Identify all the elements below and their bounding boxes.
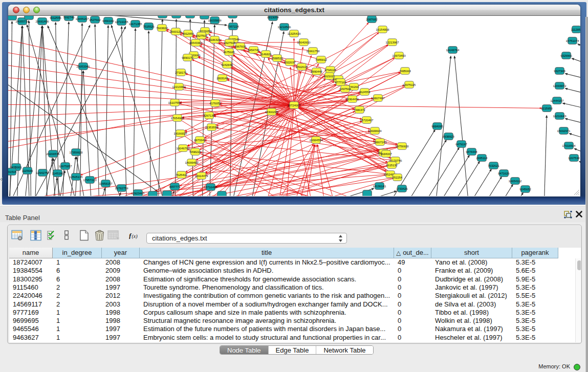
table-cell[interactable]: Estimation of significance thresholds fo… bbox=[140, 275, 394, 283]
tab-edge-table[interactable]: Edge Table bbox=[269, 346, 316, 354]
table-row[interactable]: 969969511998Structural magnetic resonanc… bbox=[9, 317, 581, 325]
table-row[interactable]: 2242004622012Investigating the contribut… bbox=[9, 292, 581, 300]
table-cell[interactable]: Yano et al. (2008) bbox=[431, 258, 512, 267]
float-panel-icon[interactable] bbox=[564, 210, 572, 218]
table-cell[interactable]: Dudbridge et al. (2008) bbox=[431, 275, 512, 283]
table-cell[interactable]: 0 bbox=[394, 325, 431, 333]
table-cell[interactable]: 0 bbox=[394, 283, 431, 292]
table-cell[interactable]: Changes of HCN gene expression and I(f) … bbox=[140, 258, 394, 267]
graph-node[interactable] bbox=[217, 191, 227, 195]
table-cell[interactable]: 19384554 bbox=[9, 267, 53, 275]
graph-node[interactable] bbox=[25, 16, 34, 19]
column-header-title[interactable]: title bbox=[140, 248, 394, 258]
tab-node-table[interactable]: Node Table bbox=[220, 346, 268, 354]
panel-collapse-icon[interactable] bbox=[0, 177, 3, 182]
table-cell[interactable]: 1 bbox=[53, 309, 102, 317]
table-cell[interactable]: Disruption of a novel member of a sodium… bbox=[140, 300, 394, 309]
table-cell[interactable]: 2009 bbox=[102, 267, 140, 275]
graph-node[interactable] bbox=[163, 190, 172, 195]
import-table-button[interactable] bbox=[107, 230, 120, 240]
table-cell[interactable]: 0 bbox=[394, 334, 431, 342]
column-header-name[interactable]: name bbox=[9, 248, 53, 258]
table-cell[interactable]: Nakamura et al. (1997) bbox=[431, 325, 512, 333]
table-cell[interactable]: 5.3E-5 bbox=[512, 334, 558, 342]
table-cell[interactable]: Corpus callosum shape and size in male p… bbox=[140, 309, 394, 317]
table-cell[interactable]: 0 bbox=[394, 300, 431, 309]
graph-node[interactable] bbox=[148, 191, 158, 195]
table-row[interactable]: 911546021997Tourette syndrome. Phenomeno… bbox=[9, 283, 581, 292]
table-cell[interactable]: 1997 bbox=[102, 325, 140, 333]
table-cell[interactable]: 0 bbox=[394, 292, 431, 300]
table-cell[interactable]: 5.5E-5 bbox=[512, 292, 558, 300]
column-header-year[interactable]: year bbox=[102, 248, 140, 258]
table-cell[interactable]: 1998 bbox=[102, 309, 140, 317]
table-cell[interactable]: 2 bbox=[53, 300, 102, 309]
table-cell[interactable]: 1997 bbox=[102, 283, 140, 292]
table-cell[interactable]: 5.3E-5 bbox=[512, 258, 558, 267]
table-cell[interactable]: 9115460 bbox=[9, 283, 53, 292]
table-cell[interactable]: 18724007 bbox=[9, 258, 53, 267]
function-builder-button[interactable]: f (x) bbox=[129, 232, 140, 239]
table-cell[interactable]: 2008 bbox=[102, 275, 140, 283]
table-row[interactable]: 977716911998Corpus callosum shape and si… bbox=[9, 309, 581, 317]
table-cell[interactable]: 14569117 bbox=[9, 300, 53, 309]
table-cell[interactable]: Tibbo et al. (1998) bbox=[431, 309, 512, 317]
table-cell[interactable]: de Silva et al. (2003) bbox=[431, 300, 512, 309]
table-cell[interactable]: 1 bbox=[53, 258, 102, 267]
scrollbar-thumb[interactable] bbox=[577, 260, 581, 270]
table-cell[interactable]: 5.6E-5 bbox=[512, 267, 558, 275]
resize-grip-icon[interactable] bbox=[573, 189, 580, 195]
vertical-scrollbar[interactable] bbox=[575, 258, 581, 342]
table-cell[interactable]: Genome–wide association studies in ADHD. bbox=[140, 267, 394, 275]
table-cell[interactable]: 9465546 bbox=[9, 325, 53, 333]
table-cell[interactable]: Franke et al. (2009) bbox=[431, 267, 512, 275]
table-cell[interactable]: 9777169 bbox=[9, 309, 53, 317]
table-cell[interactable]: 5.3E-5 bbox=[512, 309, 558, 317]
graph-node[interactable] bbox=[8, 16, 16, 20]
table-cell[interactable]: 2008 bbox=[102, 258, 140, 267]
table-cell[interactable]: 1997 bbox=[102, 334, 140, 342]
table-row[interactable]: 946554611997Estimation of the future num… bbox=[9, 325, 581, 333]
table-cell[interactable]: Tourette syndrome. Phenomenology and cla… bbox=[140, 283, 394, 292]
table-cell[interactable]: Investigating the contribution of common… bbox=[140, 292, 394, 300]
table-mode-button[interactable] bbox=[11, 230, 23, 241]
table-cell[interactable]: 9463627 bbox=[9, 334, 53, 342]
table-cell[interactable]: 6 bbox=[53, 267, 102, 275]
row-height-button[interactable] bbox=[64, 230, 69, 240]
table-cell[interactable]: 1 bbox=[53, 325, 102, 333]
table-cell[interactable]: 0 bbox=[394, 275, 431, 283]
table-cell[interactable]: 49 bbox=[394, 258, 431, 267]
table-cell[interactable]: 1 bbox=[53, 334, 102, 342]
graph-node[interactable] bbox=[363, 190, 372, 195]
memory-status-icon[interactable] bbox=[574, 364, 580, 370]
table-cell[interactable]: 5.9E-5 bbox=[512, 275, 558, 283]
table-cell[interactable]: 5.3E-5 bbox=[512, 300, 558, 309]
table-cell[interactable]: 0 bbox=[394, 309, 431, 317]
select-all-button[interactable] bbox=[47, 230, 54, 240]
table-cell[interactable]: Stergiakouli et al. (2012) bbox=[431, 292, 512, 300]
table-row[interactable]: 946362711997Embryonic stem cells: a mode… bbox=[9, 334, 581, 342]
table-cell[interactable]: 2012 bbox=[102, 292, 140, 300]
table-cell[interactable]: 1998 bbox=[102, 317, 140, 325]
table-cell[interactable]: 0 bbox=[394, 267, 431, 275]
show-columns-button[interactable] bbox=[30, 230, 41, 241]
graph-node[interactable] bbox=[172, 16, 181, 18]
table-row[interactable]: 1830029562008Estimation of significance … bbox=[9, 275, 581, 283]
table-cell[interactable]: Wolkin et al. (1998) bbox=[431, 317, 512, 325]
close-panel-icon[interactable] bbox=[575, 210, 583, 218]
table-row[interactable]: 1872400712008Changes of HCN gene express… bbox=[9, 258, 581, 267]
table-cell[interactable]: 5.3E-5 bbox=[512, 283, 558, 292]
table-chooser-dropdown[interactable]: citations_edges.txt bbox=[146, 233, 347, 244]
delete-columns-button[interactable] bbox=[94, 230, 105, 241]
table-cell[interactable]: 5.3E-5 bbox=[512, 325, 558, 333]
table-cell[interactable]: 6 bbox=[53, 275, 102, 283]
column-header-short[interactable]: short bbox=[431, 248, 512, 258]
table-cell[interactable]: Estimation of the future numbers of pati… bbox=[140, 325, 394, 333]
table-cell[interactable]: Jankovic et al. (1997) bbox=[431, 283, 512, 292]
table-cell[interactable]: Embryonic stem cells: a model to study s… bbox=[140, 334, 394, 342]
column-header-in-degree[interactable]: in_degree bbox=[53, 248, 102, 258]
table-row[interactable]: 1938455462009Genome–wide association stu… bbox=[9, 267, 581, 275]
table-row[interactable]: 1456911722003Disruption of a novel membe… bbox=[9, 300, 581, 309]
graph-node[interactable] bbox=[200, 16, 209, 19]
column-header-pagerank[interactable]: pagerank bbox=[512, 248, 558, 258]
